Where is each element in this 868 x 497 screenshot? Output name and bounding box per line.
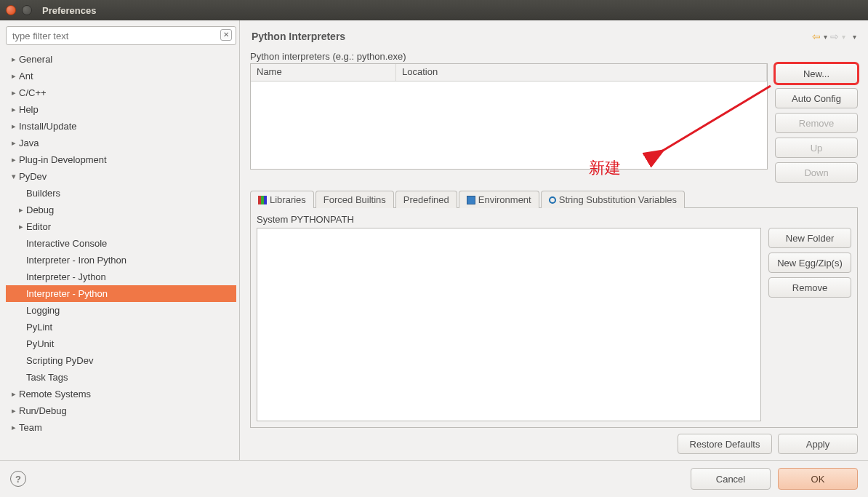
tree-item-interp-jython[interactable]: Interpreter - Jython [6, 269, 236, 285]
tab-label: Forced Builtins [324, 194, 386, 205]
tree-label: C/C++ [19, 87, 47, 98]
tree-item-remote-systems[interactable]: ▸Remote Systems [6, 386, 236, 402]
clear-filter-icon[interactable]: ✕ [220, 29, 232, 41]
tree-label: Interactive Console [26, 238, 107, 249]
tree-label: Run/Debug [19, 405, 67, 416]
tree-label: Install/Update [19, 121, 77, 132]
tree-item-team[interactable]: ▸Team [6, 419, 236, 436]
page-bottom-buttons: Restore Defaults Apply [250, 434, 858, 454]
filter-input[interactable] [6, 26, 236, 45]
tree-item-general[interactable]: ▸General [6, 51, 236, 68]
tree-item-editor[interactable]: ▸Editor [6, 218, 236, 235]
window-title: Preferences [42, 5, 96, 16]
up-button[interactable]: Up [775, 138, 858, 158]
tree-item-pydev[interactable]: ▾PyDev [6, 168, 236, 185]
tree-item-tasktags[interactable]: Task Tags [6, 369, 236, 386]
tree-item-install-update[interactable]: ▸Install/Update [6, 118, 236, 135]
footer: ? Cancel OK [0, 460, 868, 497]
auto-config-button[interactable]: Auto Config [775, 88, 858, 108]
tree-item-java[interactable]: ▸Java [6, 135, 236, 151]
window-minimize-button[interactable] [22, 5, 32, 15]
preferences-tree[interactable]: ▸General ▸Ant ▸C/C++ ▸Help ▸Install/Upda… [6, 49, 236, 454]
column-name[interactable]: Name [251, 64, 396, 81]
forward-arrow-icon: ⇨ [830, 31, 839, 42]
tab-label: Environment [478, 194, 531, 205]
tree-label: Team [19, 422, 42, 433]
view-menu-icon[interactable]: ▾ [853, 33, 856, 41]
tab-libraries[interactable]: Libraries [250, 191, 314, 208]
tree-item-scripting-pydev[interactable]: Scripting PyDev [6, 352, 236, 369]
environment-icon [467, 196, 475, 204]
tabs-row: Libraries Forced Builtins Predefined Env… [250, 190, 858, 207]
forward-dropdown-icon: ▾ [842, 33, 845, 41]
tab-label: Libraries [270, 194, 306, 205]
tree-label: Help [19, 104, 39, 115]
tab-string-substitution[interactable]: String Substitution Variables [541, 191, 685, 208]
cancel-button[interactable]: Cancel [691, 468, 771, 490]
sidebar: ✕ ▸General ▸Ant ▸C/C++ ▸Help ▸Install/Up… [0, 20, 240, 460]
tree-label: PyDev [19, 171, 47, 182]
tab-label: String Substitution Variables [559, 194, 677, 205]
nav-icons: ⇦ ▾ ⇨ ▾ ▾ [812, 31, 856, 42]
main-header: Python Interpreters ⇦ ▾ ⇨ ▾ ▾ [250, 28, 858, 51]
new-folder-button[interactable]: New Folder [768, 228, 851, 248]
tree-item-pylint[interactable]: PyLint [6, 319, 236, 335]
tree-item-ccpp[interactable]: ▸C/C++ [6, 84, 236, 101]
tree-label: Remote Systems [19, 389, 91, 399]
table-body[interactable] [251, 81, 767, 169]
interpreters-row: Name Location New... Auto Config Remove … [250, 63, 858, 183]
apply-button[interactable]: Apply [778, 434, 858, 454]
tree-label: Interpreter - Jython [26, 271, 106, 282]
restore-defaults-button[interactable]: Restore Defaults [678, 434, 772, 454]
content-area: ✕ ▸General ▸Ant ▸C/C++ ▸Help ▸Install/Up… [0, 20, 868, 460]
tree-label: Plug-in Development [19, 154, 107, 165]
tree-label: Logging [26, 305, 60, 316]
tree-label: Ant [19, 71, 33, 81]
tree-item-interp-python[interactable]: Interpreter - Python [6, 285, 236, 302]
string-sub-icon [549, 196, 556, 204]
ok-button[interactable]: OK [778, 468, 858, 490]
tree-label: Debug [26, 204, 54, 215]
tab-label: Predefined [403, 194, 449, 205]
system-pythonpath-label: System PYTHONPATH [257, 214, 851, 225]
interpreter-side-buttons: New... Auto Config Remove Up Down [775, 63, 858, 183]
tree-label: Editor [26, 221, 51, 232]
remove-interpreter-button[interactable]: Remove [775, 113, 858, 133]
tab-predefined[interactable]: Predefined [395, 191, 457, 208]
system-path-list[interactable] [257, 228, 761, 421]
interpreters-label: Python interpreters (e.g.: python.exe) [250, 51, 858, 62]
tree-item-pyunit[interactable]: PyUnit [6, 335, 236, 352]
tree-item-run-debug[interactable]: ▸Run/Debug [6, 402, 236, 419]
main-panel: Python Interpreters ⇦ ▾ ⇨ ▾ ▾ Python int… [240, 20, 868, 460]
tree-label: Interpreter - Iron Python [26, 255, 126, 266]
tree-item-interp-iron[interactable]: Interpreter - Iron Python [6, 252, 236, 269]
down-button[interactable]: Down [775, 162, 858, 183]
tree-item-help[interactable]: ▸Help [6, 101, 236, 118]
new-interpreter-button[interactable]: New... [775, 63, 858, 84]
tree-label: Scripting PyDev [26, 355, 93, 366]
system-path-buttons: New Folder New Egg/Zip(s) Remove [768, 228, 851, 421]
column-location[interactable]: Location [396, 64, 767, 81]
interpreters-table-wrap: Name Location [250, 63, 768, 170]
back-dropdown-icon[interactable]: ▾ [824, 33, 827, 41]
back-arrow-icon[interactable]: ⇦ [812, 31, 821, 42]
titlebar: Preferences [0, 0, 868, 20]
new-egg-zip-button[interactable]: New Egg/Zip(s) [768, 253, 851, 273]
tree-label: PyLint [26, 322, 52, 333]
interpreters-table[interactable]: Name Location [250, 63, 768, 170]
tree-item-ant[interactable]: ▸Ant [6, 68, 236, 84]
tree-item-logging[interactable]: Logging [6, 302, 236, 319]
tree-item-interactive-console[interactable]: Interactive Console [6, 235, 236, 252]
tree-item-debug[interactable]: ▸Debug [6, 202, 236, 218]
help-icon[interactable]: ? [10, 471, 26, 487]
tree-label: Interpreter - Python [26, 288, 108, 299]
tree-label: Builders [26, 188, 60, 199]
system-path-row: New Folder New Egg/Zip(s) Remove [257, 228, 851, 421]
window-close-button[interactable] [6, 5, 16, 15]
tab-environment[interactable]: Environment [459, 191, 539, 208]
tree-item-plugin-dev[interactable]: ▸Plug-in Development [6, 151, 236, 168]
tree-item-builders[interactable]: Builders [6, 185, 236, 202]
tab-forced-builtins[interactable]: Forced Builtins [316, 191, 394, 208]
remove-path-button[interactable]: Remove [768, 277, 851, 298]
tree-label: Java [19, 138, 39, 148]
